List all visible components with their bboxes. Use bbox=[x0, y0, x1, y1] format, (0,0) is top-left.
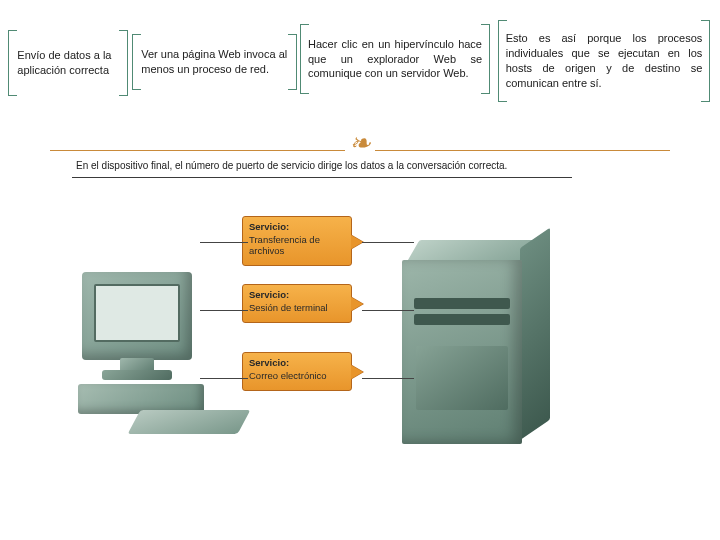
service-title: Servicio: bbox=[249, 358, 345, 369]
server-drive-slot-icon bbox=[414, 298, 510, 309]
bracket-col-1: Envío de datos a la aplicación correcta bbox=[8, 30, 128, 96]
bracket-text-3: Hacer clic en un hipervínculo hace que u… bbox=[303, 35, 487, 84]
server-side-icon bbox=[520, 228, 550, 440]
server-icon bbox=[402, 240, 552, 444]
client-monitor-base-icon bbox=[102, 370, 172, 380]
server-drive-slot-icon bbox=[414, 314, 510, 325]
bracket-text-2: Ver una página Web invoca al menos un pr… bbox=[136, 45, 293, 79]
figure-stage: Servicio: Transferencia de archivos Serv… bbox=[72, 182, 572, 458]
bracket-text-1: Envío de datos a la aplicación correcta bbox=[12, 46, 123, 80]
service-desc: Sesión de terminal bbox=[249, 303, 345, 314]
server-panel-icon bbox=[416, 346, 508, 410]
service-callout-file-transfer: Servicio: Transferencia de archivos bbox=[242, 216, 352, 266]
service-desc: Correo electrónico bbox=[249, 371, 345, 382]
network-figure: En el dispositivo final, el número de pu… bbox=[72, 156, 572, 466]
service-title: Servicio: bbox=[249, 222, 345, 233]
bracket-col-4: Esto es así porque los procesos individu… bbox=[498, 20, 710, 102]
bracket-row: Envío de datos a la aplicación correcta … bbox=[0, 20, 720, 110]
bracket-close-icon bbox=[124, 30, 128, 96]
bracket-open-icon bbox=[8, 30, 12, 96]
bracket-open-icon bbox=[132, 34, 136, 90]
bracket-col-2: Ver una página Web invoca al menos un pr… bbox=[132, 34, 297, 90]
bracket-close-icon bbox=[293, 34, 297, 90]
client-monitor-icon bbox=[82, 272, 192, 360]
wire-icon bbox=[200, 378, 248, 379]
server-front-icon bbox=[402, 260, 522, 444]
figure-caption: En el dispositivo final, el número de pu… bbox=[76, 160, 572, 171]
wire-icon bbox=[362, 310, 414, 311]
bracket-col-3: Hacer clic en un hipervínculo hace que u… bbox=[300, 24, 490, 94]
bracket-close-icon bbox=[707, 20, 710, 102]
bracket-open-icon bbox=[498, 20, 501, 102]
wire-icon bbox=[362, 242, 414, 243]
service-title: Servicio: bbox=[249, 290, 345, 301]
bracket-close-icon bbox=[487, 24, 490, 94]
service-desc: Transferencia de archivos bbox=[249, 235, 345, 257]
wire-icon bbox=[362, 378, 414, 379]
client-keyboard-icon bbox=[128, 410, 251, 434]
wire-icon bbox=[200, 310, 248, 311]
service-callout-email: Servicio: Correo electrónico bbox=[242, 352, 352, 391]
divider-ornament-icon: ❧ bbox=[345, 134, 375, 154]
wire-icon bbox=[200, 242, 248, 243]
service-callout-terminal: Servicio: Sesión de terminal bbox=[242, 284, 352, 323]
bracket-text-4: Esto es así porque los procesos individu… bbox=[501, 29, 708, 92]
figure-rule bbox=[72, 177, 572, 178]
bracket-open-icon bbox=[300, 24, 303, 94]
